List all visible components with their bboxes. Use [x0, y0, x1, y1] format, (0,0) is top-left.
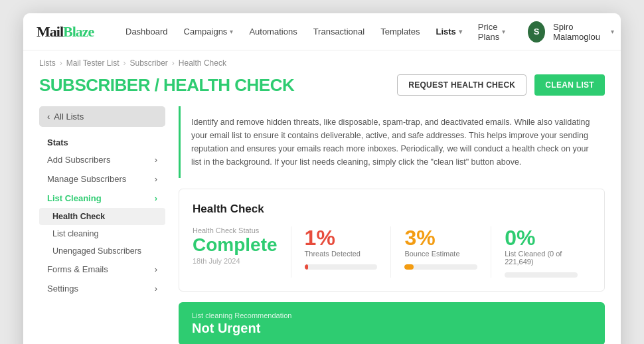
chevron-icon: ▾	[230, 28, 233, 35]
threats-progress-bg	[305, 264, 378, 270]
nav-campaigns[interactable]: Campaigns ▾	[177, 23, 240, 41]
sidebar-subitem-health-check[interactable]: Health Check	[39, 208, 165, 225]
nav-templates[interactable]: Templates	[374, 23, 426, 41]
sidebar-item-settings[interactable]: Settings ›	[39, 279, 165, 298]
info-box: Identify and remove hidden threats, like…	[179, 106, 605, 178]
nav-links: Dashboard Campaigns ▾ Automations Transa…	[119, 18, 512, 46]
health-check-card: Health Check Health Check Status Complet…	[179, 189, 605, 292]
bounce-progress-fill	[404, 264, 413, 270]
breadcrumb-current: Health Check	[179, 58, 226, 68]
chevron-icon: ›	[155, 155, 157, 165]
chevron-down-icon: ▾	[611, 28, 614, 35]
sidebar-item-manage-subscribers[interactable]: Manage Subscribers ›	[39, 169, 165, 189]
sidebar-stats: Stats	[39, 131, 165, 150]
cleaned-value: 0%	[505, 226, 578, 250]
navbar: MailBlaze Dashboard Campaigns ▾ Automati…	[23, 13, 621, 50]
breadcrumb-mail-tester[interactable]: Mail Tester List	[66, 58, 120, 68]
content-area: Identify and remove hidden threats, like…	[179, 106, 605, 344]
bounce-value: 3%	[404, 226, 477, 250]
chevron-icon: ›	[155, 264, 157, 274]
sidebar-subitem-unengaged[interactable]: Unengaged Subscribers	[39, 242, 165, 260]
avatar: S	[528, 21, 545, 43]
metric-threats-col: 1% Threats Detected	[305, 226, 392, 278]
breadcrumb: Lists › Mail Tester List › Subscriber › …	[23, 50, 621, 72]
breadcrumb-sep2: ›	[123, 58, 126, 68]
sidebar-item-add-subscribers[interactable]: Add Subscribers ›	[39, 150, 165, 169]
breadcrumb-sep3: ›	[172, 58, 175, 68]
metric-cleaned-col: 0% List Cleaned (0 of 221,649)	[505, 226, 591, 278]
threats-value: 1%	[305, 226, 378, 250]
status-label: Health Check Status	[193, 226, 278, 234]
sidebar-item-list-cleaning[interactable]: List Cleaning ›	[39, 189, 165, 208]
user-name[interactable]: Spiro Malamoglou ▾	[553, 22, 614, 42]
logo: MailBlaze	[37, 23, 103, 41]
sidebar-back-button[interactable]: ‹ All Lists	[39, 106, 165, 127]
page-title: SUBSCRIBER / HEALTH CHECK	[39, 75, 294, 96]
nav-transactional[interactable]: Transactional	[307, 23, 372, 41]
status-date: 18th July 2024	[193, 257, 278, 265]
chevron-icon: ›	[155, 284, 157, 294]
nav-price-plans[interactable]: Price Plans ▾	[471, 18, 513, 46]
nav-dashboard[interactable]: Dashboard	[119, 23, 175, 41]
header-buttons: REQUEST HEALTH CHECK CLEAN LIST	[397, 74, 605, 96]
rec-value: Not Urgent	[192, 321, 592, 336]
status-value: Complete	[193, 236, 278, 254]
chevron-icon: ▾	[502, 28, 505, 35]
nav-automations[interactable]: Automations	[242, 23, 303, 41]
cleaned-label: List Cleaned (0 of 221,649)	[505, 250, 578, 266]
main-layout: ‹ All Lists Stats Add Subscribers › Mana…	[23, 106, 621, 344]
threats-progress-fill	[305, 264, 308, 270]
recommendation-box: List cleaning Recommendation Not Urgent	[179, 302, 605, 344]
app-window: MailBlaze Dashboard Campaigns ▾ Automati…	[23, 13, 621, 344]
threats-label: Threats Detected	[305, 250, 378, 258]
chevron-icon: ›	[155, 174, 157, 184]
metric-bounce-col: 3% Bounce Estimate	[404, 226, 491, 278]
chevron-icon: ▾	[459, 28, 462, 35]
sidebar-item-forms-emails[interactable]: Forms & Emails ›	[39, 260, 165, 279]
nav-lists[interactable]: Lists ▾	[429, 23, 468, 41]
cleaned-progress-bg	[505, 272, 578, 278]
chevron-icon: ›	[155, 193, 157, 203]
nav-right: S Spiro Malamoglou ▾ ?	[528, 21, 621, 43]
breadcrumb-sep: ›	[60, 58, 62, 68]
request-health-check-button[interactable]: REQUEST HEALTH CHECK	[397, 74, 526, 96]
breadcrumb-lists[interactable]: Lists	[39, 58, 56, 68]
chevron-left-icon: ‹	[47, 112, 50, 122]
page-header: SUBSCRIBER / HEALTH CHECK REQUEST HEALTH…	[23, 72, 621, 106]
sidebar-subitem-list-cleaning[interactable]: List cleaning	[39, 225, 165, 242]
health-check-title: Health Check	[193, 203, 591, 216]
clean-list-button[interactable]: CLEAN LIST	[534, 74, 605, 96]
metrics-row: Health Check Status Complete 18th July 2…	[193, 226, 591, 278]
bounce-progress-bg	[404, 264, 477, 270]
sidebar: ‹ All Lists Stats Add Subscribers › Mana…	[39, 106, 165, 344]
breadcrumb-subscriber[interactable]: Subscriber	[130, 58, 168, 68]
rec-label: List cleaning Recommendation	[192, 311, 592, 319]
metric-status-col: Health Check Status Complete 18th July 2…	[193, 226, 291, 278]
bounce-label: Bounce Estimate	[404, 250, 477, 258]
